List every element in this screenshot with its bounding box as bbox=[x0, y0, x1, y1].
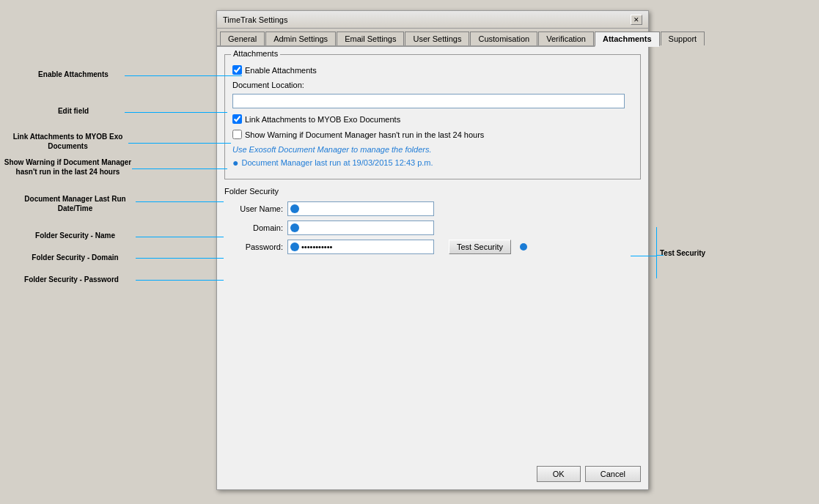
annotation-edit-field: Edit field bbox=[22, 106, 125, 116]
tab-general[interactable]: General bbox=[220, 32, 265, 45]
link-attachments-label: Link Attachments to MYOB Exo Documents bbox=[245, 115, 400, 124]
annotation-folder-name: Folder Security - Name bbox=[15, 231, 136, 240]
line-show-warning bbox=[132, 168, 227, 169]
right-horiz-line bbox=[631, 256, 656, 256]
password-row: Password: Test Security bbox=[224, 240, 641, 254]
domain-row: Domain: fcc bbox=[224, 220, 641, 235]
tab-admin-settings[interactable]: Admin Settings bbox=[265, 32, 336, 45]
test-security-button[interactable]: Test Security bbox=[449, 240, 511, 254]
tab-verification[interactable]: Verification bbox=[538, 32, 594, 45]
folder-security-section: Folder Security User Name: Kirsty Domain… bbox=[224, 187, 641, 254]
password-input[interactable] bbox=[287, 240, 434, 254]
tab-email-settings[interactable]: Email Settings bbox=[337, 32, 404, 45]
doc-location-input[interactable]: \\win8-kirsty\Clients bbox=[232, 94, 625, 108]
settings-dialog: TimeTrak Settings ✕ General Admin Settin… bbox=[216, 10, 649, 490]
line-last-run bbox=[136, 201, 224, 202]
attachments-group: Attachments Enable Attachments Document … bbox=[224, 54, 641, 179]
username-row: User Name: Kirsty bbox=[224, 201, 641, 216]
line-link-docs bbox=[128, 143, 231, 144]
password-label: Password: bbox=[224, 242, 283, 251]
show-warning-label: Show Warning if Document Manager hasn't … bbox=[245, 130, 484, 139]
info-italic-text: Use Exosoft Document Manager to manage t… bbox=[232, 145, 633, 154]
right-vert-line bbox=[656, 227, 657, 278]
username-icon bbox=[290, 204, 299, 213]
line-enable-attachments bbox=[125, 75, 242, 76]
cancel-button[interactable]: Cancel bbox=[585, 466, 641, 482]
last-run-row: ● Document Manager last run at 19/03/201… bbox=[232, 157, 633, 168]
domain-label: Domain: bbox=[224, 223, 283, 232]
password-icon bbox=[290, 242, 299, 251]
dialog-footer: OK Cancel bbox=[537, 466, 641, 482]
tab-support[interactable]: Support bbox=[661, 32, 705, 45]
line-folder-password bbox=[136, 280, 224, 281]
tab-user-settings[interactable]: User Settings bbox=[405, 32, 469, 45]
doc-location-row: Document Location: bbox=[232, 81, 633, 89]
annotation-show-warning: Show Warning if Document Manager hasn't … bbox=[4, 158, 132, 177]
line-folder-domain bbox=[136, 258, 224, 259]
enable-attachments-checkbox[interactable] bbox=[232, 65, 242, 75]
tab-attachments[interactable]: Attachments bbox=[595, 32, 660, 47]
domain-icon bbox=[290, 223, 299, 232]
username-input-wrapper: Kirsty bbox=[287, 201, 434, 216]
doc-location-label: Document Location: bbox=[232, 81, 304, 89]
link-attachments-checkbox[interactable] bbox=[232, 114, 242, 124]
show-warning-checkbox[interactable] bbox=[232, 130, 242, 139]
domain-input[interactable]: fcc bbox=[287, 220, 434, 235]
last-run-text: Document Manager last run at 19/03/2015 … bbox=[241, 158, 433, 167]
close-button[interactable]: ✕ bbox=[631, 15, 642, 25]
line-folder-name bbox=[136, 237, 224, 237]
annotation-enable-attachments: Enable Attachments bbox=[22, 70, 125, 79]
domain-input-wrapper: fcc bbox=[287, 220, 434, 235]
annotation-last-run: Document Manager Last Run Date/Time bbox=[15, 194, 136, 213]
show-warning-row: Show Warning if Document Manager hasn't … bbox=[232, 130, 633, 139]
password-input-wrapper bbox=[287, 240, 434, 254]
annotation-link-docs: Link Attachments to MYOB Exo Documents bbox=[7, 132, 128, 151]
ok-button[interactable]: OK bbox=[537, 466, 581, 482]
dialog-title: TimeTrak Settings bbox=[223, 15, 287, 24]
username-input[interactable]: Kirsty bbox=[287, 201, 434, 216]
right-horiz-line2 bbox=[656, 255, 664, 256]
attachments-group-label: Attachments bbox=[231, 49, 280, 58]
dialog-content: Attachments Enable Attachments Document … bbox=[217, 47, 648, 266]
tab-customisation[interactable]: Customisation bbox=[470, 32, 537, 45]
username-label: User Name: bbox=[224, 204, 283, 213]
annotation-folder-password: Folder Security - Password bbox=[7, 275, 136, 284]
link-attachments-row: Link Attachments to MYOB Exo Documents bbox=[232, 114, 633, 124]
tabs-bar: General Admin Settings Email Settings Us… bbox=[217, 29, 648, 47]
folder-security-label: Folder Security bbox=[224, 187, 641, 196]
line-edit-field bbox=[125, 112, 227, 113]
titlebar: TimeTrak Settings ✕ bbox=[217, 11, 648, 29]
annotation-folder-domain: Folder Security - Domain bbox=[15, 253, 136, 262]
annotation-test-security: Test Security bbox=[660, 249, 705, 257]
bullet-icon: ● bbox=[232, 157, 238, 168]
enable-attachments-row: Enable Attachments bbox=[232, 65, 633, 75]
enable-attachments-label: Enable Attachments bbox=[245, 66, 317, 75]
test-security-indicator bbox=[520, 243, 527, 251]
